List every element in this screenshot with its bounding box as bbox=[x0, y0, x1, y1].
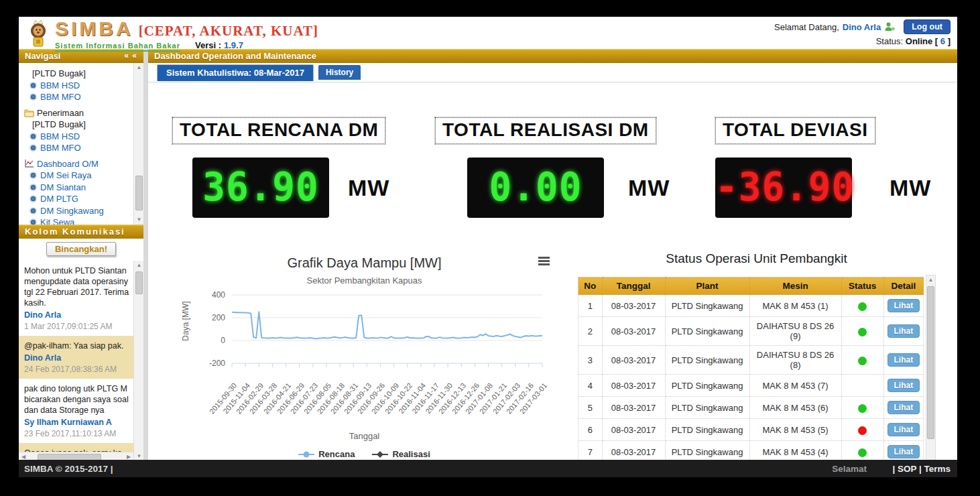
chart-svg: 4002000-200 bbox=[175, 288, 554, 377]
chat-panel: Bincangkan! Mohon untuk PLTD Siantan men… bbox=[19, 239, 143, 461]
table-cell: 5 bbox=[578, 397, 603, 419]
app-name: SIMBA bbox=[55, 19, 133, 38]
tab-sistem-khatulistiwa[interactable]: Sistem Khatulistiwa: 08-Mar-2017 bbox=[157, 64, 314, 81]
table-row: 408-03-2017PLTD SingkawangMAK 8 M 453 (7… bbox=[578, 375, 924, 397]
bullet-icon bbox=[31, 208, 36, 213]
lihat-button[interactable]: Lihat bbox=[887, 401, 920, 414]
table-row: 208-03-2017PLTD SingkawangDAIHATSU 8 DS … bbox=[578, 317, 924, 346]
sidebar-item-dm-singkawang[interactable]: DM Singkawang bbox=[24, 205, 130, 217]
table-scroll-thumb[interactable] bbox=[927, 286, 934, 439]
display-total-rencana: TOTAL RENCANA DM 36.90 MW bbox=[172, 117, 417, 218]
table-row: 708-03-2017PLTD SingkawangMAK 8 M 453 (4… bbox=[578, 441, 924, 462]
scroll-up-icon[interactable]: ▲ bbox=[134, 63, 143, 72]
status-green-dot-icon bbox=[858, 328, 867, 336]
lihat-button[interactable]: Lihat bbox=[887, 423, 920, 436]
table-cell: MAK 8 M 453 (6) bbox=[749, 397, 841, 419]
chat-scrollbar[interactable]: ▲ ▼ bbox=[133, 261, 143, 461]
nav-scrollbar[interactable]: ▲ ▼ bbox=[133, 63, 143, 225]
chat-hscroll-thumb[interactable] bbox=[38, 454, 101, 460]
footer-marquee: Selamat bbox=[832, 464, 867, 474]
bincangkan-button[interactable]: Bincangkan! bbox=[46, 242, 116, 256]
lihat-button[interactable]: Lihat bbox=[887, 353, 920, 367]
sidebar-item-dm-pltg[interactable]: DM PLTG bbox=[24, 193, 130, 205]
simba-lion-logo-icon bbox=[25, 19, 51, 48]
lihat-button[interactable]: Lihat bbox=[887, 379, 920, 392]
daya-mampu-chart: Grafik Daya Mampu [MW] Sektor Pembangkit… bbox=[175, 255, 554, 459]
app-tagline: [CEPAT, AKURAT, KUAT] bbox=[139, 23, 318, 40]
y-tick-label: 0 bbox=[221, 336, 225, 345]
chart-menu-icon[interactable] bbox=[538, 257, 550, 267]
tabs-row: Sistem Khatulistiwa: 08-Mar-2017 History bbox=[148, 63, 957, 82]
nav-scroll-thumb[interactable] bbox=[135, 176, 143, 210]
chart-subtitle: Sektor Pembangkitan Kapuas bbox=[175, 275, 554, 286]
table-cell: PLTD Singkawang bbox=[665, 295, 749, 317]
chart-ylabel: Daya [MW] bbox=[181, 294, 190, 348]
table-cell: PLTD Singkawang bbox=[665, 441, 749, 462]
chat-message-text: pak dino tolong utk PLTG M bicarakan den… bbox=[24, 383, 129, 416]
lihat-button[interactable]: Lihat bbox=[887, 324, 920, 338]
display-title: TOTAL DEVIASI bbox=[715, 117, 875, 144]
table-scrollbar[interactable]: ▲ ▼ bbox=[926, 275, 936, 461]
bullet-icon bbox=[31, 185, 36, 190]
sidebar-item-dm-sei-raya[interactable]: DM Sei Raya bbox=[24, 170, 130, 182]
user-online-icon bbox=[884, 21, 895, 32]
status-cell bbox=[841, 295, 883, 317]
column-header-status: Status bbox=[841, 277, 883, 295]
detail-cell: Lihat bbox=[883, 295, 923, 317]
table-cell: 08-03-2017 bbox=[602, 295, 665, 317]
legend-item-realisasi[interactable]: Realisasi bbox=[372, 449, 430, 459]
scroll-up-icon[interactable]: ▲ bbox=[926, 275, 935, 284]
lihat-button[interactable]: Lihat bbox=[887, 299, 920, 312]
led-display: 36.90 bbox=[192, 158, 329, 218]
legend-label: Realisasi bbox=[392, 449, 430, 459]
unit-label: MW bbox=[628, 175, 670, 201]
legend-item-rencana[interactable]: Rencana bbox=[298, 449, 355, 459]
y-tick-label: -200 bbox=[209, 359, 225, 368]
table-cell: PLTD Singkawang bbox=[665, 397, 749, 419]
dashboard-content: TOTAL RENCANA DM 36.90 MW TOTAL REALISAS… bbox=[148, 82, 957, 461]
logout-button[interactable]: Log out bbox=[904, 19, 951, 34]
table-cell: MAK 8 M 453 (1) bbox=[749, 295, 841, 317]
bullet-icon bbox=[31, 83, 36, 88]
folder-icon bbox=[24, 109, 34, 117]
sidebar-item-bbm-mfo[interactable]: BBM MFO bbox=[24, 91, 130, 103]
sidebar-item-dashboard-om[interactable]: Dashboard O/M bbox=[24, 158, 130, 170]
status-green-dot-icon bbox=[858, 404, 867, 413]
sidebar-item-penerimaan[interactable]: Penerimaan bbox=[24, 107, 130, 119]
chat-scroll-thumb[interactable] bbox=[135, 271, 143, 294]
main-panel: Dashboard Operation and Maintenance Sist… bbox=[148, 49, 957, 461]
chat-message-author[interactable]: Dino Arla bbox=[24, 353, 129, 363]
led-display: 0.00 bbox=[467, 158, 604, 218]
footer-copyright: SIMBA © 2015-2017 | bbox=[19, 464, 113, 474]
led-value: 36.90 bbox=[192, 156, 329, 218]
bullet-icon bbox=[31, 196, 36, 201]
table-cell: 1 bbox=[578, 295, 603, 317]
sidebar-item-kit-sewa[interactable]: Kit Sewa bbox=[24, 216, 130, 225]
nav-list: [PLTD Bugak] BBM HSD BBM MFO Penerimaan … bbox=[19, 63, 143, 225]
tab-history[interactable]: History bbox=[318, 65, 361, 80]
status-count: [ 6 ] bbox=[935, 36, 951, 46]
table-row: 308-03-2017PLTD SingkawangDAIHATSU 8 DS … bbox=[578, 346, 924, 375]
status-table-block: Status Operasi Unit Pembangkit NoTanggal… bbox=[578, 251, 935, 461]
nav-group-pltd-bugak: [PLTD Bugak] bbox=[24, 68, 130, 80]
sidebar-item-bbm-hsd-2[interactable]: BBM HSD bbox=[24, 131, 130, 143]
detail-cell: Lihat bbox=[883, 317, 923, 346]
lihat-button[interactable]: Lihat bbox=[887, 445, 920, 458]
status-cell bbox=[841, 419, 883, 441]
table-cell: 08-03-2017 bbox=[602, 317, 665, 346]
sidebar-item-dm-siantan[interactable]: DM Siantan bbox=[24, 182, 130, 194]
sidebar-item-bbm-mfo-2[interactable]: BBM MFO bbox=[24, 142, 130, 154]
scroll-up-icon[interactable]: ▲ bbox=[134, 261, 143, 270]
chat-message-author[interactable]: Dino Arla bbox=[24, 310, 129, 320]
chat-message-author[interactable]: Sy Ilham Kurniawan A bbox=[24, 417, 129, 428]
scroll-down-icon[interactable]: ▼ bbox=[134, 215, 143, 225]
status-label: Status: bbox=[876, 36, 903, 46]
current-user-link[interactable]: Dino Arla bbox=[843, 22, 881, 32]
table-cell: PLTD Singkawang bbox=[665, 346, 749, 375]
bullet-icon bbox=[31, 220, 36, 225]
table-cell: 4 bbox=[578, 375, 603, 397]
footer-links[interactable]: | SOP | Terms bbox=[892, 464, 951, 474]
column-header-plant: Plant bbox=[665, 277, 749, 295]
header-user-area: Selamat Datang, Dino Arla Log out Status… bbox=[774, 17, 957, 46]
sidebar-item-bbm-hsd[interactable]: BBM HSD bbox=[24, 80, 130, 92]
